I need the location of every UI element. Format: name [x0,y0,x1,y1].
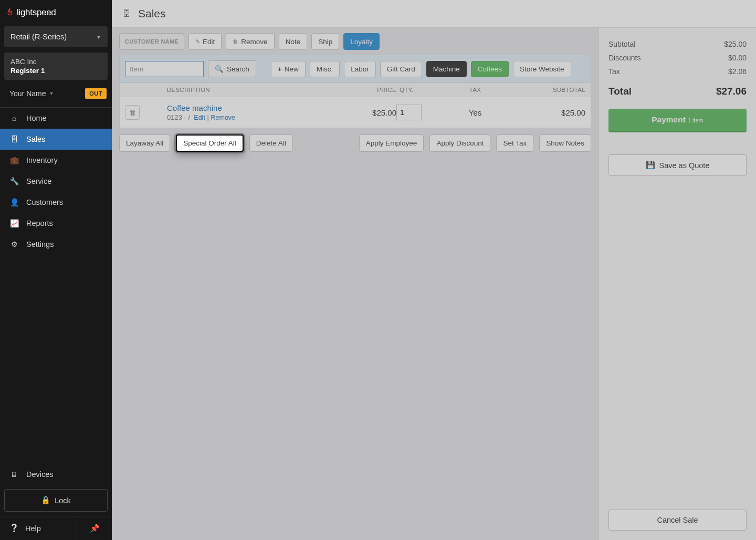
payment-button[interactable]: Payment1 item [608,109,747,132]
register-icon: 🗄 [9,135,19,143]
new-button[interactable]: +New [271,61,306,77]
company-name: ABC Inc [10,58,101,66]
logo: lightspeed [0,0,112,23]
nav-devices[interactable]: 🖥Devices [0,464,112,485]
qty-input[interactable] [396,105,422,120]
nav-sales[interactable]: 🗄Sales [0,129,112,150]
nav-home[interactable]: ⌂Home [0,108,112,129]
delete-all-button[interactable]: Delete All [249,134,293,152]
nav-service[interactable]: 🔧Service [0,171,112,192]
lock-button[interactable]: 🔒Lock [4,489,108,512]
nav-label: Customers [26,198,63,206]
search-icon: 🔍 [215,65,224,73]
pencil-icon: ✎ [195,38,200,45]
user-name: Your Name [9,89,46,98]
giftcard-button[interactable]: Gift Card [380,61,422,77]
table-header: DESCRIPTION PRICE QTY. TAX SUBTOTAL [119,83,591,97]
user-menu[interactable]: Your Name ▼ [9,89,54,98]
tax-value: $2.06 [728,67,747,76]
store-website-button[interactable]: Store Website [513,61,571,77]
misc-button[interactable]: Misc. [310,61,340,77]
layaway-all-button[interactable]: Layaway All [119,134,170,152]
customer-toolbar: CUSTOMER NAME ✎Edit 🗑Remove Note Ship Lo… [119,33,591,50]
labor-button[interactable]: Labor [344,61,376,77]
nav-label: Home [26,114,47,122]
main: 🗄 Sales CUSTOMER NAME ✎Edit 🗑Remove Note… [112,0,756,540]
line-subtotal: $25.00 [517,108,585,117]
gear-icon: ⚙ [9,240,19,248]
payment-count: 1 item [688,117,704,123]
trash-icon: 🗑 [129,109,136,117]
line-tax: Yes [433,108,517,117]
remove-button[interactable]: 🗑Remove [226,33,274,50]
save-icon: 💾 [646,161,655,170]
delete-line-button[interactable]: 🗑 [125,105,140,120]
home-icon: ⌂ [9,114,19,122]
apply-discount-button[interactable]: Apply Discount [429,134,490,152]
col-subtotal: SUBTOTAL [517,87,585,93]
sidebar-bottom: 🖥Devices 🔒Lock ❔Help 📌 [0,464,112,540]
apply-employee-button[interactable]: Apply Employee [359,134,424,152]
register-name: Register 1 [10,67,101,75]
user-row: Your Name ▼ OUT [0,80,112,107]
sale-area: CUSTOMER NAME ✎Edit 🗑Remove Note Ship Lo… [112,28,598,540]
product-name-link[interactable]: Coffee machine [167,103,344,112]
machine-button[interactable]: Machine [426,61,467,77]
register-block[interactable]: ABC Inc Register 1 [4,53,108,80]
ship-button[interactable]: Ship [311,33,339,50]
nav-label: Sales [26,135,45,143]
subtotal-label: Subtotal [608,40,635,48]
search-button[interactable]: 🔍Search [208,60,256,77]
col-price: PRICE [344,87,396,93]
retail-selector[interactable]: Retail (R-Series) ▼ [4,26,108,47]
pin-button[interactable]: 📌 [77,516,112,540]
caret-down-icon: ▼ [96,34,101,40]
page-header: 🗄 Sales [112,0,756,28]
loyalty-button[interactable]: Loyalty [343,33,380,50]
special-order-all-button[interactable]: Special Order All [176,134,244,152]
help-link[interactable]: ❔Help [0,516,77,540]
plus-icon: + [278,65,282,73]
line-item: 🗑 Coffee machine 0123 - / Edit | Remove … [119,97,591,128]
nav-customers[interactable]: 👤Customers [0,192,112,213]
line-edit-link[interactable]: Edit [194,114,205,121]
customer-chip[interactable]: CUSTOMER NAME [119,33,184,50]
nav-reports[interactable]: 📈Reports [0,213,112,234]
nav-label: Reports [26,219,53,227]
nav-settings[interactable]: ⚙Settings [0,234,112,255]
product-sku: 0123 - / [167,113,190,121]
user-icon: 👤 [9,198,19,206]
save-quote-button[interactable]: 💾Save as Quote [608,154,747,176]
edit-button[interactable]: ✎Edit [188,33,222,50]
col-qty: QTY. [396,87,433,93]
briefcase-icon: 💼 [9,156,19,164]
payment-label: Payment [652,115,686,124]
totals-panel: Subtotal$25.00 Discounts$0.00 Tax$2.06 T… [598,28,756,540]
content: CUSTOMER NAME ✎Edit 🗑Remove Note Ship Lo… [112,28,756,540]
nav-inventory[interactable]: 💼Inventory [0,150,112,171]
category-bar: +New Misc. Labor Gift Card Machine Coffe… [271,61,571,77]
devices-icon: 🖥 [9,470,19,479]
discount-value: $0.00 [728,54,747,62]
pin-icon: 📌 [90,524,100,533]
show-notes-button[interactable]: Show Notes [539,134,591,152]
note-button[interactable]: Note [279,33,308,50]
item-search-input[interactable] [125,61,204,77]
line-price: $25.00 [344,108,396,117]
set-tax-button[interactable]: Set Tax [496,134,533,152]
cancel-sale-button[interactable]: Cancel Sale [608,510,747,531]
subtotal-value: $25.00 [724,40,747,48]
discount-label: Discounts [608,54,640,62]
flame-icon [5,8,15,17]
line-remove-link[interactable]: Remove [211,114,235,121]
nav-label: Inventory [26,156,58,164]
help-label: Help [25,524,41,533]
clock-status-badge[interactable]: OUT [85,88,107,99]
sidebar: lightspeed Retail (R-Series) ▼ ABC Inc R… [0,0,112,540]
register-icon: 🗄 [122,9,131,18]
nav-list: ⌂Home 🗄Sales 💼Inventory 🔧Service 👤Custom… [0,108,112,464]
total-label: Total [608,86,632,97]
coffees-button[interactable]: Coffees [471,61,509,77]
wrench-icon: 🔧 [9,177,19,185]
bulk-actions: Layaway All Special Order All Delete All… [119,134,591,152]
